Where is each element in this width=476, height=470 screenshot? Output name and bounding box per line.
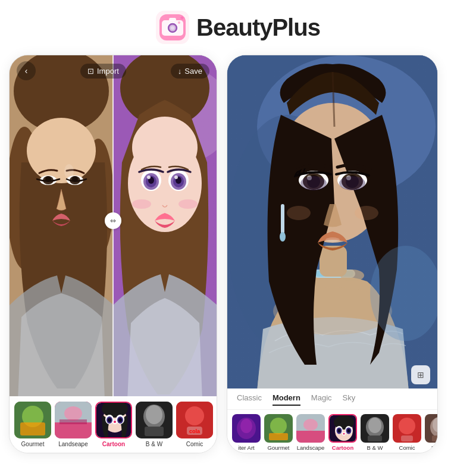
rft-label-cartoon: Cartoon bbox=[332, 444, 353, 451]
phone-right-mockup: ⊞ Classic Modern Magic Sky bbox=[227, 55, 438, 453]
rft-thumb-cartoon bbox=[328, 414, 357, 443]
tab-sky[interactable]: Sky bbox=[343, 393, 356, 406]
svg-point-89 bbox=[325, 237, 340, 242]
svg-rect-116 bbox=[368, 435, 382, 441]
rft-label-gourmet: Gourmet bbox=[268, 444, 290, 451]
svg-rect-42 bbox=[20, 422, 45, 435]
filter-label-landscape: Landseape bbox=[58, 441, 88, 447]
rft-item-1930s[interactable]: 1930's bbox=[425, 414, 437, 451]
filter-thumb-landscape bbox=[55, 402, 92, 438]
svg-point-21 bbox=[64, 164, 74, 178]
import-icon: ⊡ bbox=[87, 67, 94, 76]
right-filter-area: Classic Modern Magic Sky bbox=[227, 388, 437, 453]
svg-point-115 bbox=[368, 418, 381, 433]
save-icon: ↓ bbox=[178, 67, 182, 76]
rft-label-comic: Comic bbox=[399, 444, 415, 451]
rft-thumb-landscape bbox=[296, 414, 325, 443]
svg-rect-100 bbox=[296, 431, 325, 443]
svg-rect-46 bbox=[60, 419, 87, 424]
rft-label-art: iter Art bbox=[238, 444, 254, 451]
svg-point-107 bbox=[338, 429, 341, 433]
compare-icon[interactable]: ⊞ bbox=[411, 365, 430, 384]
svg-point-85 bbox=[300, 176, 327, 190]
svg-point-74 bbox=[340, 270, 364, 281]
photo-realistic-side bbox=[10, 55, 113, 400]
svg-rect-119 bbox=[401, 435, 413, 441]
filter-item-gourmet[interactable]: Gourmet bbox=[14, 402, 51, 447]
tab-classic[interactable]: Classic bbox=[237, 393, 262, 406]
svg-point-39 bbox=[178, 199, 198, 209]
svg-rect-6 bbox=[169, 18, 176, 21]
svg-point-63 bbox=[185, 406, 204, 425]
filter-thumb-cartoon bbox=[95, 402, 132, 438]
app-header: BeautyPlus bbox=[156, 11, 320, 44]
svg-point-118 bbox=[399, 418, 415, 434]
filter-thumb-comic: cola bbox=[176, 402, 213, 438]
svg-point-14 bbox=[27, 118, 96, 183]
phone-top-bar: ‹ ⊡ Import ↓ Save bbox=[10, 55, 217, 86]
import-button[interactable]: ⊡ Import bbox=[80, 64, 126, 79]
rft-item-comic[interactable]: Comic bbox=[393, 414, 421, 451]
filter-item-comic[interactable]: cola Comic bbox=[176, 402, 213, 447]
svg-point-55 bbox=[118, 418, 122, 422]
main-content: ⇔ ‹ ⊡ Import ↓ Save bbox=[9, 55, 467, 459]
split-image-area: ⇔ ‹ ⊡ Import ↓ Save bbox=[10, 55, 217, 400]
filter-item-landscape[interactable]: Landseape bbox=[55, 402, 92, 447]
svg-point-45 bbox=[64, 406, 82, 421]
filter-thumb-gourmet bbox=[14, 402, 51, 438]
filter-item-cartoon[interactable]: Cartoon bbox=[95, 402, 132, 447]
filter-item-bw[interactable]: B & W bbox=[136, 402, 173, 447]
rft-item-art[interactable]: iter Art bbox=[232, 414, 261, 451]
svg-text:cola: cola bbox=[189, 428, 201, 434]
svg-point-95 bbox=[240, 419, 252, 433]
rft-item-cartoon[interactable]: Cartoon bbox=[328, 414, 357, 451]
svg-rect-61 bbox=[145, 427, 164, 436]
tab-magic[interactable]: Magic bbox=[311, 393, 332, 406]
svg-point-52 bbox=[108, 418, 111, 422]
svg-point-112 bbox=[343, 433, 345, 435]
filter-label-comic: Comic bbox=[186, 441, 203, 447]
svg-point-91 bbox=[355, 206, 378, 220]
phone-left-mockup: ⇔ ‹ ⊡ Import ↓ Save bbox=[9, 55, 217, 453]
svg-point-110 bbox=[347, 429, 350, 433]
right-filter-strip: iter Art Gourmet bbox=[227, 410, 437, 453]
rft-thumb-art bbox=[232, 414, 261, 443]
app-logo-icon bbox=[156, 11, 189, 44]
svg-rect-44 bbox=[55, 422, 92, 438]
rft-thumb-bw bbox=[361, 414, 389, 443]
photo-illustrated-side bbox=[113, 55, 217, 400]
svg-point-37 bbox=[174, 176, 178, 179]
svg-point-5 bbox=[171, 26, 174, 30]
save-button[interactable]: ↓ Save bbox=[171, 64, 209, 79]
svg-point-32 bbox=[147, 176, 151, 179]
rft-item-landscape[interactable]: Landscape bbox=[296, 414, 325, 451]
svg-point-60 bbox=[146, 405, 162, 424]
tab-modern[interactable]: Modern bbox=[273, 393, 300, 406]
rft-thumb-1930s bbox=[425, 414, 437, 443]
svg-point-7 bbox=[178, 21, 180, 24]
svg-rect-123 bbox=[432, 435, 437, 441]
svg-point-88 bbox=[280, 232, 286, 242]
filter-thumb-bw bbox=[136, 402, 173, 438]
save-label: Save bbox=[184, 67, 202, 76]
filter-label-bw: B & W bbox=[146, 441, 162, 447]
rft-thumb-comic bbox=[393, 414, 421, 443]
svg-point-97 bbox=[270, 418, 287, 434]
split-handle[interactable]: ⇔ bbox=[105, 212, 121, 229]
svg-rect-98 bbox=[269, 433, 288, 440]
rft-thumb-gourmet bbox=[264, 414, 293, 443]
svg-point-38 bbox=[132, 199, 151, 209]
left-filter-strip: Gourmet Landseape bbox=[10, 396, 217, 453]
rft-item-gourmet[interactable]: Gourmet bbox=[264, 414, 293, 451]
rft-label-landscape: Landscape bbox=[297, 444, 324, 451]
right-filter-tabs: Classic Modern Magic Sky bbox=[227, 388, 437, 410]
svg-point-57 bbox=[114, 421, 116, 423]
rft-item-bw[interactable]: B & W bbox=[361, 414, 389, 451]
svg-point-90 bbox=[287, 206, 311, 220]
app-title: BeautyPlus bbox=[196, 14, 320, 41]
back-button[interactable]: ‹ bbox=[17, 61, 36, 80]
svg-rect-87 bbox=[281, 204, 284, 234]
svg-point-86 bbox=[339, 176, 365, 190]
rft-label-1930s: 1930's bbox=[431, 444, 437, 451]
rft-label-bw: B & W bbox=[367, 444, 383, 451]
